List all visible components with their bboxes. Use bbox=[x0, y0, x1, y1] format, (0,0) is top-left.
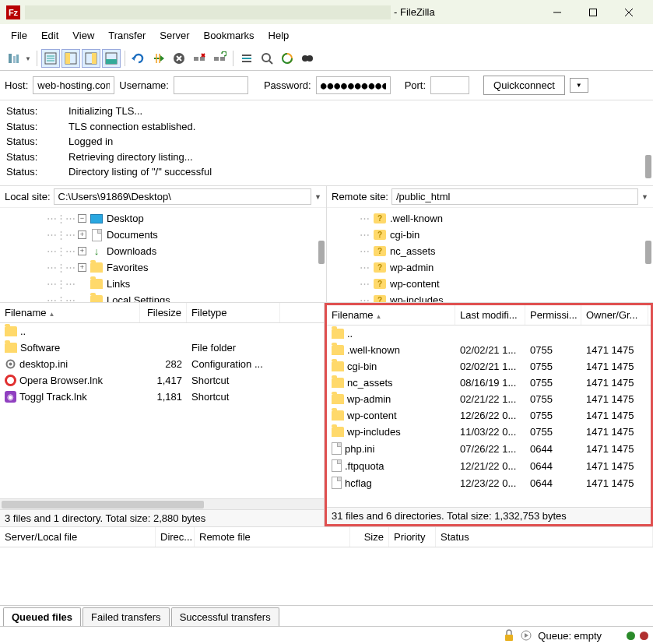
menu-view[interactable]: View bbox=[66, 27, 100, 44]
tree-item[interactable]: ⋯⋮⋯+↓Downloads bbox=[5, 243, 321, 259]
tree-item[interactable]: ⋯.well-known bbox=[332, 210, 648, 227]
tree-item[interactable]: ⋯⋮⋯Links bbox=[5, 276, 321, 292]
quickconnect-dropdown[interactable]: ▼ bbox=[570, 78, 588, 93]
list-row[interactable]: php.ini 07/26/22 1... 0644 1471 1475 bbox=[327, 440, 651, 457]
directory-trees: Local site: ▼ ⋯⋮⋯−Desktop⋯⋮⋯+Documents⋯⋮… bbox=[0, 186, 653, 303]
col-filename[interactable]: Filename▲ bbox=[327, 305, 455, 325]
site-manager-dropdown[interactable]: ▼ bbox=[25, 55, 33, 62]
col-filesize[interactable]: Filesize bbox=[140, 303, 187, 322]
list-row[interactable]: Software File folder bbox=[0, 340, 324, 356]
list-row[interactable]: Opera Browser.lnk 1,417 Shortcut bbox=[0, 372, 324, 389]
local-list-hscroll[interactable] bbox=[0, 498, 324, 509]
cancel-icon[interactable] bbox=[170, 49, 188, 68]
list-row[interactable]: cgi-bin 02/02/21 1... 0755 1471 1475 bbox=[327, 358, 651, 375]
list-row[interactable]: .ftpquota 12/21/22 0... 0644 1471 1475 bbox=[327, 457, 651, 474]
menu-bookmarks[interactable]: Bookmarks bbox=[198, 27, 261, 44]
menu-edit[interactable]: Edit bbox=[35, 27, 65, 44]
quickconnect-button[interactable]: Quickconnect bbox=[483, 76, 565, 95]
tab-queued[interactable]: Queued files bbox=[3, 607, 81, 626]
queue-header[interactable]: Server/Local file Direc... Remote file S… bbox=[0, 527, 653, 547]
close-button[interactable] bbox=[611, 0, 647, 24]
menu-help[interactable]: Help bbox=[262, 27, 296, 44]
password-input[interactable] bbox=[316, 76, 391, 94]
queue-status-label: Queue: empty bbox=[538, 630, 602, 642]
cell-name: desktop.ini bbox=[19, 358, 68, 370]
username-input[interactable] bbox=[174, 76, 248, 94]
transfer-status-icon[interactable] bbox=[519, 630, 533, 641]
remote-site-dropdown[interactable]: ▼ bbox=[641, 193, 648, 201]
col-filename[interactable]: Filename▲ bbox=[0, 303, 140, 322]
q-col-priority[interactable]: Priority bbox=[389, 527, 436, 547]
compare-icon[interactable] bbox=[278, 49, 297, 68]
disconnect-icon[interactable] bbox=[190, 49, 209, 68]
tree-item[interactable]: ⋯⋮⋯+Favorites bbox=[5, 259, 321, 276]
log-scrollbar[interactable] bbox=[645, 155, 651, 178]
col-filetype[interactable]: Filetype bbox=[187, 303, 280, 322]
remote-site-input[interactable] bbox=[391, 188, 638, 205]
host-input[interactable] bbox=[33, 76, 114, 94]
tree-expander[interactable]: + bbox=[78, 231, 86, 239]
menu-transfer[interactable]: Transfer bbox=[102, 27, 152, 44]
process-queue-icon[interactable] bbox=[149, 49, 168, 68]
col-modified[interactable]: Last modifi... bbox=[455, 305, 525, 325]
tree-item[interactable]: ⋯⋮⋯Local Settings bbox=[5, 292, 321, 302]
toggle-log-icon[interactable] bbox=[41, 49, 60, 68]
list-row[interactable]: .. bbox=[0, 323, 324, 340]
cell-modified: 12/23/22 0... bbox=[455, 474, 525, 491]
local-site-input[interactable] bbox=[54, 188, 312, 205]
menu-server[interactable]: Server bbox=[153, 27, 195, 44]
list-row[interactable]: .. bbox=[327, 326, 651, 342]
q-col-size[interactable]: Size bbox=[350, 527, 389, 547]
tree-item[interactable]: ⋯wp-admin bbox=[332, 259, 648, 276]
tree-expander[interactable]: − bbox=[78, 214, 86, 223]
remote-list-header[interactable]: Filename▲ Last modifi... Permissi... Own… bbox=[327, 305, 651, 326]
tree-item[interactable]: ⋯cgi-bin bbox=[332, 227, 648, 243]
local-site-dropdown[interactable]: ▼ bbox=[314, 193, 321, 201]
minimize-button[interactable] bbox=[539, 0, 575, 24]
tree-item[interactable]: ⋯⋮⋯+Documents bbox=[5, 227, 321, 243]
site-manager-icon[interactable] bbox=[5, 49, 23, 68]
q-col-direction[interactable]: Direc... bbox=[156, 527, 195, 547]
local-tree-scrollbar[interactable] bbox=[318, 241, 325, 264]
maximize-button[interactable] bbox=[575, 0, 611, 24]
cell-name: wp-content bbox=[347, 410, 397, 421]
port-input[interactable] bbox=[430, 76, 469, 94]
tree-expander[interactable]: + bbox=[78, 263, 86, 272]
toggle-local-tree-icon[interactable] bbox=[61, 49, 80, 68]
filter-icon[interactable] bbox=[237, 49, 256, 68]
toggle-remote-tree-icon[interactable] bbox=[82, 49, 100, 68]
cell-perm: 0755 bbox=[525, 358, 581, 375]
tab-successful[interactable]: Successful transfers bbox=[171, 607, 279, 626]
folder-icon bbox=[90, 295, 103, 302]
reconnect-icon[interactable] bbox=[210, 49, 229, 68]
list-row[interactable]: hcflag 12/23/22 0... 0644 1471 1475 bbox=[327, 474, 651, 491]
tree-item[interactable]: ⋯⋮⋯−Desktop bbox=[5, 210, 321, 227]
list-row[interactable]: ◉Toggl Track.lnk 1,181 Shortcut bbox=[0, 389, 324, 405]
list-row[interactable]: desktop.ini 282 Configuration ... bbox=[0, 356, 324, 372]
tree-expander[interactable]: + bbox=[78, 247, 86, 255]
q-col-status[interactable]: Status bbox=[436, 527, 653, 547]
menu-file[interactable]: File bbox=[5, 27, 33, 44]
q-col-server[interactable]: Server/Local file bbox=[0, 527, 156, 547]
tree-item[interactable]: ⋯nc_assets bbox=[332, 243, 648, 259]
list-row[interactable]: .well-known 02/02/21 1... 0755 1471 1475 bbox=[327, 342, 651, 358]
toggle-queue-icon[interactable] bbox=[102, 49, 121, 68]
remote-tree-scrollbar[interactable] bbox=[645, 241, 651, 264]
tree-label: Desktop bbox=[107, 210, 144, 227]
list-row[interactable]: nc_assets 08/16/19 1... 0755 1471 1475 bbox=[327, 375, 651, 391]
log-value: Logged in bbox=[68, 134, 113, 150]
tree-item[interactable]: ⋯wp-content bbox=[332, 276, 648, 292]
col-owner[interactable]: Owner/Gr... bbox=[581, 305, 648, 325]
tree-item[interactable]: ⋯wp-includes bbox=[332, 292, 648, 302]
refresh-icon[interactable] bbox=[129, 49, 148, 68]
list-row[interactable]: wp-content 12/26/22 0... 0755 1471 1475 bbox=[327, 407, 651, 424]
lock-icon[interactable] bbox=[504, 629, 514, 642]
sync-browse-icon[interactable] bbox=[298, 49, 317, 68]
q-col-remote[interactable]: Remote file bbox=[195, 527, 350, 547]
search-icon[interactable] bbox=[258, 49, 276, 68]
local-list-header[interactable]: Filename▲ Filesize Filetype bbox=[0, 303, 324, 323]
list-row[interactable]: wp-includes 11/03/22 0... 0755 1471 1475 bbox=[327, 424, 651, 440]
list-row[interactable]: wp-admin 02/21/22 1... 0755 1471 1475 bbox=[327, 391, 651, 407]
col-permissions[interactable]: Permissi... bbox=[525, 305, 581, 325]
tab-failed[interactable]: Failed transfers bbox=[83, 607, 170, 626]
